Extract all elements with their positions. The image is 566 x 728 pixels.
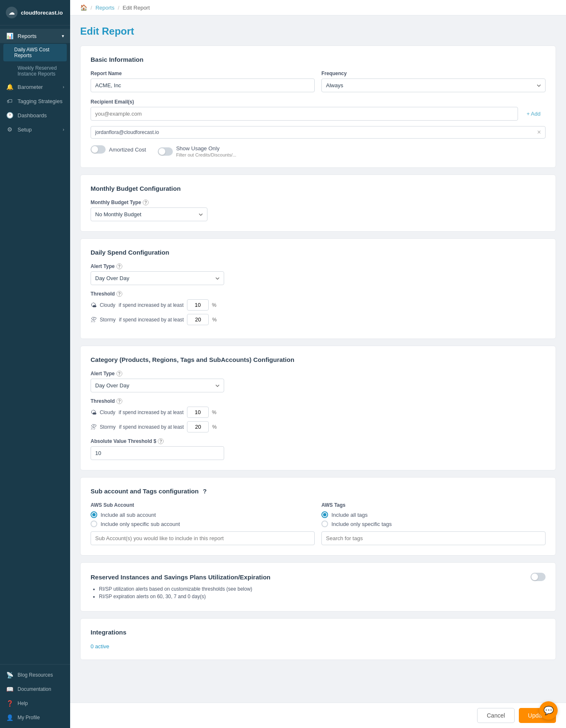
daily-threshold-label: Threshold ? bbox=[91, 291, 546, 297]
main-content: 🏠 / Reports / Edit Report Edit Report Ba… bbox=[70, 0, 566, 728]
cloudy-label: Cloudy bbox=[100, 302, 115, 308]
sidebar-item-label: Setup bbox=[18, 126, 32, 133]
stormy-icon: ⛈ bbox=[91, 316, 96, 323]
sidebar-item-tagging[interactable]: 🏷 Tagging Strategies bbox=[0, 94, 70, 108]
recipient-email-input[interactable] bbox=[91, 107, 518, 121]
cat-stormy-icon: ⛈ bbox=[91, 424, 96, 430]
category-alert-type-select[interactable]: Day Over Day Month Over Month Fixed Thre… bbox=[91, 379, 224, 392]
show-usage-label: Show Usage Only bbox=[176, 145, 236, 152]
add-recipient-button[interactable]: + Add bbox=[521, 107, 546, 120]
tags-search-input[interactable] bbox=[321, 531, 546, 545]
toggles-row: Amortized Cost Show Usage Only Filter ou… bbox=[91, 145, 546, 157]
abs-threshold-group: Absolute Value Threshold $ ? bbox=[91, 438, 546, 460]
include-specific-sub-radio[interactable]: Include only specific sub account bbox=[91, 521, 315, 527]
category-stormy-row: ⛈ Stormy if spend increased by at least … bbox=[91, 421, 546, 432]
sub-account-help-icon[interactable]: ? bbox=[203, 488, 207, 495]
tagging-icon: 🏷 bbox=[6, 98, 13, 104]
include-all-tags-radio[interactable]: Include all tags bbox=[321, 511, 546, 518]
budget-type-label: Monthly Budget Type ? bbox=[91, 200, 546, 205]
category-cloudy-input[interactable] bbox=[187, 407, 209, 418]
ri-savings-toggle[interactable] bbox=[531, 573, 546, 581]
daily-alert-help-icon[interactable]: ? bbox=[116, 263, 122, 269]
aws-tags-label: AWS Tags bbox=[321, 502, 546, 508]
sidebar-item-label: Blog Resources bbox=[18, 672, 53, 678]
tags-radio-group: Include all tags Include only specific t… bbox=[321, 511, 546, 527]
radio-checked-icon2 bbox=[321, 511, 328, 518]
cat-stormy-unit: % bbox=[212, 424, 217, 430]
show-usage-toggle[interactable] bbox=[158, 147, 173, 156]
include-specific-tags-radio[interactable]: Include only specific tags bbox=[321, 521, 546, 527]
chevron-down-icon: ▾ bbox=[62, 33, 64, 39]
frequency-label: Frequency bbox=[321, 71, 546, 76]
report-name-label: Report Name bbox=[91, 71, 315, 76]
sub-account-radio-group: Include all sub account Include only spe… bbox=[91, 511, 315, 527]
sidebar-item-weekly[interactable]: Weekly Reserved Instance Reports bbox=[0, 62, 70, 80]
include-all-sub-label: Include all sub account bbox=[101, 512, 156, 518]
daily-spend-card: Daily Spend Configuration Alert Type ? D… bbox=[80, 238, 556, 339]
footer-bar: Cancel Update bbox=[70, 703, 566, 728]
home-icon[interactable]: 🏠 bbox=[80, 4, 87, 11]
sidebar-item-dashboards[interactable]: 🕐 Dashboards bbox=[0, 108, 70, 122]
sidebar-item-blog[interactable]: 📡 Blog Resources bbox=[0, 668, 70, 682]
sidebar-item-daily[interactable]: Daily AWS Cost Reports bbox=[3, 44, 67, 61]
sidebar-item-help[interactable]: ❓ Help bbox=[0, 696, 70, 710]
stormy-label: Stormy bbox=[100, 317, 116, 323]
chevron-right-icon: › bbox=[63, 84, 64, 89]
radio-unchecked-icon bbox=[91, 521, 97, 527]
daily-cloudy-input[interactable] bbox=[187, 299, 209, 311]
sidebar-item-label: Reports bbox=[18, 33, 37, 39]
remove-recipient-button[interactable]: × bbox=[537, 129, 541, 136]
sub-account-tags-row: AWS Sub Account Include all sub account … bbox=[91, 502, 546, 545]
stormy-suffix: if spend increased by at least bbox=[119, 317, 184, 323]
sidebar-item-docs[interactable]: 📖 Documentation bbox=[0, 682, 70, 696]
sub-account-search-input[interactable] bbox=[91, 531, 315, 545]
category-alert-type-group: Alert Type ? Day Over Day Month Over Mon… bbox=[91, 371, 546, 392]
budget-type-select[interactable]: No Monthly Budget Fixed Budget Percentag… bbox=[91, 207, 207, 221]
integrations-active-link[interactable]: 0 active bbox=[91, 643, 109, 650]
breadcrumb-reports[interactable]: Reports bbox=[96, 5, 115, 11]
ri-savings-bullets: RI/SP utilization alerts based on custom… bbox=[91, 586, 546, 599]
sidebar-item-setup[interactable]: ⚙ Setup › bbox=[0, 122, 70, 136]
include-all-sub-radio[interactable]: Include all sub account bbox=[91, 511, 315, 518]
app-logo[interactable]: ☁ cloudforecast.io bbox=[0, 0, 70, 25]
radio-unchecked-icon2 bbox=[321, 521, 328, 527]
include-specific-sub-label: Include only specific sub account bbox=[101, 521, 180, 527]
daily-cloudy-row: 🌤 Cloudy if spend increased by at least … bbox=[91, 299, 546, 311]
recipient-label: Recipient Email(s) bbox=[91, 99, 546, 105]
category-stormy-input[interactable] bbox=[187, 421, 209, 432]
recipient-tag: jordanflora@cloudforecast.io × bbox=[91, 126, 546, 139]
abs-threshold-input[interactable] bbox=[91, 446, 224, 460]
cancel-button[interactable]: Cancel bbox=[477, 708, 515, 723]
category-config-title: Category (Products, Regions, Tags and Su… bbox=[91, 356, 546, 363]
sidebar-bottom: 📡 Blog Resources 📖 Documentation ❓ Help … bbox=[0, 664, 70, 728]
sidebar: ☁ cloudforecast.io 📊 Reports ▾ Daily AWS… bbox=[0, 0, 70, 728]
daily-stormy-input[interactable] bbox=[187, 314, 209, 325]
daily-threshold-help-icon[interactable]: ? bbox=[116, 291, 122, 297]
sidebar-item-reports[interactable]: 📊 Reports ▾ bbox=[0, 29, 70, 43]
frequency-select[interactable]: Always Daily Weekly Monthly bbox=[321, 78, 546, 92]
chat-bubble[interactable]: 💬 bbox=[539, 701, 558, 720]
sidebar-item-profile[interactable]: 👤 My Profile bbox=[0, 710, 70, 725]
report-name-input[interactable] bbox=[91, 78, 315, 92]
cat-stormy-label: Stormy bbox=[100, 424, 116, 430]
report-name-frequency-row: Report Name Frequency Always Daily Weekl… bbox=[91, 71, 546, 92]
ri-savings-card: Reserved Instances and Savings Plans Uti… bbox=[80, 562, 556, 612]
page-content: Edit Report Basic Information Report Nam… bbox=[70, 15, 566, 703]
sub-account-card: Sub account and Tags configuration ? AWS… bbox=[80, 477, 556, 556]
daily-alert-type-select[interactable]: Day Over Day Month Over Month Fixed Thre… bbox=[91, 271, 224, 285]
sidebar-item-label: Dashboards bbox=[18, 112, 47, 119]
category-alert-help-icon[interactable]: ? bbox=[116, 371, 122, 377]
budget-type-help-icon[interactable]: ? bbox=[143, 200, 149, 205]
amortized-toggle-group: Amortized Cost bbox=[91, 145, 146, 154]
abs-threshold-label: Absolute Value Threshold $ ? bbox=[91, 438, 546, 444]
abs-threshold-help-icon[interactable]: ? bbox=[158, 438, 164, 444]
monthly-budget-card: Monthly Budget Configuration Monthly Bud… bbox=[80, 174, 556, 232]
include-all-tags-label: Include all tags bbox=[331, 512, 368, 518]
amortized-toggle[interactable] bbox=[91, 145, 106, 154]
sub-account-col: AWS Sub Account Include all sub account … bbox=[91, 502, 315, 545]
sidebar-item-barometer[interactable]: 🔔 Barometer › bbox=[0, 80, 70, 94]
breadcrumb-current: Edit Report bbox=[123, 5, 150, 11]
category-threshold-help-icon[interactable]: ? bbox=[116, 398, 122, 404]
category-cloudy-row: 🌤 Cloudy if spend increased by at least … bbox=[91, 407, 546, 418]
category-alert-type-label: Alert Type ? bbox=[91, 371, 546, 377]
